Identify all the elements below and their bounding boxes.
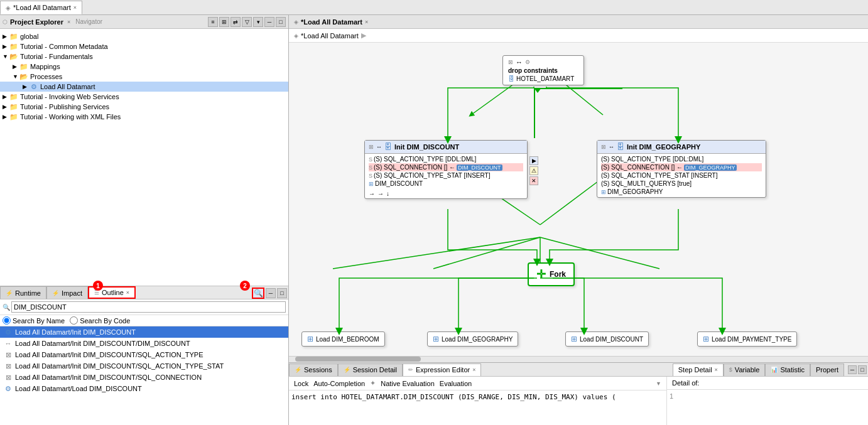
hotel-datamart-label: HOTEL_DATAMART [516,75,574,82]
row-label: (S) SQL_ACTION_TYPE_STAT [INSERT] [374,172,490,179]
outline-item[interactable]: ↔ Load All Datamart/Init DIM_DISCOUNT/DI… [0,338,288,349]
row-label: (S) SQL_ACTION_TYPE [DDL:DML] [374,156,476,163]
node-load-dim-bedroom[interactable]: ⊞ Load DIM_BEDROOM [301,331,385,347]
tab-runtime[interactable]: ⚡ Runtime [0,286,46,299]
step-detail-panel: Detail of: 1 [667,377,868,425]
tab-label: *Load All Datamart [13,4,71,11]
error-btn[interactable]: ✕ [529,176,538,185]
tree-item-xml[interactable]: ▶ 📁 Tutorial - Working with XML Files [0,112,288,122]
arrow-down: ↓ [386,190,389,197]
row-label: (S) SQL_ACTION_TYPE_STAT [INSERT] [601,172,717,179]
filter-btn[interactable]: ▽ [242,17,252,27]
folder-icon: 📁 [19,62,29,71]
tree-item-mappings[interactable]: ▶ 📁 Mappings [0,62,288,72]
fork-label: Fork [550,270,566,279]
load-dim-discount-label: Load DIM_DISCOUNT [580,336,643,343]
node-row-highlighted: (S) SQL_CONNECTION [] ← DIM_GEOGRAPHY [601,163,762,171]
tree-label: Tutorial - Publishing Services [20,103,109,110]
tab-load-all-datamart[interactable]: ◈ *Load All Datamart × [0,1,82,14]
node-load-dim-payment-type[interactable]: ⊞ Load DIM_PAYMENT_TYPE [697,331,797,347]
node-fork[interactable]: ✛ Fork [528,262,575,286]
min-btn[interactable]: ─ [264,17,274,27]
outline-search-btn[interactable]: 🔍 [252,288,264,299]
outline-item[interactable]: ⚙ Load All Datamart/Load DIM_DISCOUNT [0,383,288,394]
breadcrumb-arrow: ▶ [361,31,366,40]
step-icon: ⚙ [4,328,13,336]
tree-item-processes[interactable]: ▼ 📂 Processes [0,72,288,82]
search-by-name-option[interactable]: Search By Name [3,316,65,325]
node-drop-constraints[interactable]: ⊠ ↔ ⚙ drop constraints 🗄 HOTEL_DATAMART [502,55,584,85]
step-detail-close[interactable]: × [715,367,718,373]
tree-item-publishing[interactable]: ▶ 📁 Tutorial - Publishing Services [0,102,288,112]
search-by-name-radio[interactable] [3,316,11,325]
tree-item-global[interactable]: ▶ 📁 global [0,31,288,41]
search-by-code-option[interactable]: Search By Code [70,316,130,325]
top-tab-bar: ◈ *Load All Datamart × [0,0,868,15]
tab-expression-editor[interactable]: ✏ Expression Editor × [403,363,481,376]
node-body: (S) SQL_ACTION_TYPE [DDL:DML] (S) SQL_CO… [597,154,766,197]
tab-sessions[interactable]: ⚡ Sessions [289,363,338,376]
canvas-area[interactable]: ⊠ ↔ ⚙ drop constraints 🗄 HOTEL_DATAMART … [289,43,868,362]
toolbar-expand-icon[interactable]: ▼ [656,380,661,387]
sessions-icon: ⚡ [295,367,301,373]
tree-label: Load All Datamart [40,83,95,90]
tab-property[interactable]: Propert [810,363,844,376]
tab-icon: ◈ [6,4,11,11]
node-load-dim-discount[interactable]: ⊞ Load DIM_DISCOUNT [565,331,649,347]
search-icon: 🔍 [3,304,10,311]
node-icon: ⊠ [508,59,513,65]
session-detail-icon: ⚡ [344,367,350,373]
explorer-close-icon[interactable]: × [67,19,70,25]
max-btn[interactable]: □ [276,17,286,27]
tab-statistic[interactable]: 📊 Statistic [765,363,810,376]
node-init-dim-geography[interactable]: ⊠ ↔ 🗄 Init DIM_GEOGRAPHY (S) SQL_ACTION_… [597,140,766,198]
search-by-code-radio[interactable] [70,316,78,325]
outline-item[interactable]: ⊠ Load All Datamart/Init DIM_DISCOUNT/SQ… [0,372,288,383]
collapse-all-btn[interactable]: ≡ [208,17,218,27]
max-btn[interactable]: □ [277,288,287,298]
tree-item-load-all-datamart[interactable]: ▶ ⚙ Load All Datamart [0,82,288,92]
warn-btn[interactable]: ⚠ [529,166,538,175]
outline-search-input[interactable] [11,301,286,313]
min-panel-btn[interactable]: ─ [848,365,857,374]
explorer-title: Project Explorer [10,18,63,26]
tree-item-invoking[interactable]: ▶ 📁 Tutorial - Invoking Web Services [0,92,288,102]
min-btn[interactable]: ─ [266,288,276,298]
node-body: S (S) SQL_ACTION_TYPE [DDL:DML] S (S) SQ… [365,154,527,189]
node-db-icon: 🗄 [617,143,624,151]
number-label-1: 1 [93,281,103,291]
outline-item[interactable]: ⊠ Load All Datamart/Init DIM_DISCOUNT/SQ… [0,349,288,360]
menu-btn[interactable]: ▾ [253,17,263,27]
expression-editor-panel: Lock Auto-Completion ✦ Native Evaluation… [289,377,667,425]
outline-close-icon[interactable]: × [126,289,129,296]
canvas-tab-close[interactable]: × [365,19,368,25]
arrow-line-h [534,88,622,89]
tab-impact[interactable]: ⚡ Impact [46,286,88,299]
link-btn[interactable]: ⇄ [231,17,241,27]
tree-item-common[interactable]: ▶ 📁 Tutorial - Common Metadata [0,41,288,51]
expression-editor-close[interactable]: × [472,367,475,373]
outline-item[interactable]: ⚙ Load All Datamart/Init DIM_DISCOUNT [0,326,288,338]
expression-editor-icon: ✏ [408,367,413,373]
max-panel-btn[interactable]: □ [858,365,867,374]
horizontal-scrollbar[interactable] [289,356,868,362]
tree-item-fundamentals[interactable]: ▼ 📂 Tutorial - Fundamentals [0,51,288,62]
expression-content[interactable]: insert into HOTEL_DATAMART.DIM_DISCOUNT … [289,390,666,425]
tab-close-icon[interactable]: × [73,4,77,11]
expand-btn[interactable]: ⊞ [219,17,229,27]
load-icon: ⊞ [433,335,439,343]
folder-icon: 📁 [9,112,19,121]
node-load-dim-geography[interactable]: ⊞ Load DIM_GEOGRAPHY [427,331,518,347]
node-row: ⊞ DIM_DISCOUNT [369,180,523,188]
breadcrumb-icon: ◈ [294,33,298,39]
tab-step-detail[interactable]: Step Detail × [673,363,724,376]
expand-right-btn[interactable]: ▶ [529,156,538,165]
tab-session-detail[interactable]: ⚡ Session Detail [338,363,403,376]
tab-variable[interactable]: $ Variable [724,363,766,376]
expand-arrow: ▶ [3,104,9,110]
scrollbar-thumb[interactable] [295,357,421,362]
navigator-tab[interactable]: Navigator [75,18,102,25]
outline-item[interactable]: ⊠ Load All Datamart/Init DIM_DISCOUNT/SQ… [0,360,288,372]
fork-icon: ✛ [536,267,546,281]
node-init-dim-discount[interactable]: ⊠ ↔ 🗄 Init DIM_DISCOUNT S (S) SQL_ACTION… [364,140,528,199]
